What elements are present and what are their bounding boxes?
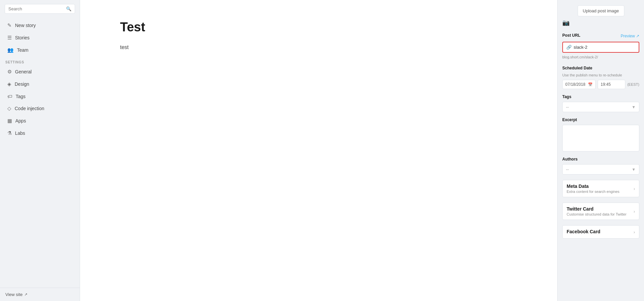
right-panel: Upload post image 📷 Post URL Preview ↗ 🔗…	[557, 0, 644, 301]
tags-label: Tags	[562, 94, 639, 99]
camera-icon: 📷	[562, 19, 639, 26]
scheduled-date-section: Scheduled Date Use the publish menu to r…	[562, 66, 639, 89]
sidebar-item-label: General	[15, 69, 32, 74]
team-icon: 👥	[7, 47, 14, 53]
date-time-row: 07/18/2018 📅 19:45 (EEST)	[562, 80, 639, 89]
meta-data-content: Meta Data Extra content for search engin…	[567, 184, 619, 194]
view-site-link[interactable]: View site ↗	[5, 292, 74, 297]
tags-select[interactable]: -- ▼	[562, 102, 639, 112]
sidebar-item-general[interactable]: ⚙ General	[2, 66, 78, 78]
date-value: 07/18/2018	[565, 82, 585, 87]
new-story-icon: ✎	[7, 22, 12, 28]
tags-icon: 🏷	[7, 93, 12, 99]
twitter-card-title: Twitter Card	[567, 206, 627, 212]
sidebar-nav: ✎ New story ☰ Stories 👥 Team SETTINGS ⚙ …	[0, 18, 80, 288]
design-icon: ◈	[7, 81, 11, 87]
apps-icon: ▦	[7, 118, 12, 124]
sidebar-item-labs[interactable]: ⚗ Labs	[2, 127, 78, 139]
authors-select[interactable]: -- ▼	[562, 164, 639, 175]
meta-data-subtitle: Extra content for search engines	[567, 190, 619, 194]
upload-post-image-button[interactable]: Upload post image	[578, 5, 624, 16]
upload-image-section: Upload post image 📷	[562, 5, 639, 28]
stories-icon: ☰	[7, 35, 12, 41]
post-url-label: Post URL	[562, 33, 580, 38]
sidebar-item-label: Apps	[15, 118, 26, 123]
chevron-right-icon: ›	[634, 209, 635, 214]
time-value: 19:45	[601, 82, 611, 87]
labs-icon: ⚗	[7, 130, 12, 136]
blog-url-hint: blog.short.cm/slack-2/	[562, 55, 639, 59]
sidebar-item-label: Stories	[15, 35, 30, 40]
link-icon: 🔗	[566, 45, 572, 50]
meta-data-row[interactable]: Meta Data Extra content for search engin…	[562, 180, 639, 197]
search-box[interactable]: 🔍	[5, 4, 75, 14]
authors-section: Authors -- ▼	[562, 157, 639, 175]
sidebar-item-apps[interactable]: ▦ Apps	[2, 115, 78, 127]
meta-data-title: Meta Data	[567, 184, 619, 189]
sidebar-item-new-story[interactable]: ✎ New story	[2, 19, 78, 31]
sidebar-item-label: Code injection	[15, 106, 44, 111]
time-input[interactable]: 19:45	[598, 80, 625, 89]
excerpt-textarea[interactable]	[562, 125, 639, 152]
scheduled-hint: Use the publish menu to re-schedule	[562, 73, 639, 77]
authors-placeholder: --	[566, 167, 569, 172]
chevron-down-icon: ▼	[632, 167, 636, 172]
search-input[interactable]	[8, 6, 65, 11]
timezone-badge: (EEST)	[627, 82, 639, 86]
excerpt-section: Excerpt	[562, 117, 639, 152]
chevron-down-icon: ▼	[632, 105, 636, 109]
main-editor: Test test	[80, 0, 557, 301]
tags-placeholder: --	[566, 104, 569, 109]
twitter-card-row[interactable]: Twitter Card Customise structured data f…	[562, 203, 639, 220]
sidebar-item-label: Tags	[16, 94, 26, 99]
sidebar-item-label: New story	[15, 23, 36, 28]
facebook-card-content: Facebook Card	[567, 229, 600, 235]
post-content[interactable]: test	[120, 44, 517, 111]
code-injection-icon: ◇	[7, 105, 11, 111]
external-link-icon: ↗	[24, 292, 27, 297]
sidebar: 🔍 ✎ New story ☰ Stories 👥 Team SETTINGS …	[0, 0, 80, 301]
settings-section-label: SETTINGS	[0, 56, 80, 65]
sidebar-item-label: Team	[17, 47, 28, 53]
sidebar-item-team[interactable]: 👥 Team	[2, 44, 78, 56]
sidebar-item-label: Labs	[15, 130, 25, 136]
tags-section: Tags -- ▼	[562, 94, 639, 112]
sidebar-item-label: Design	[15, 81, 29, 87]
search-icon: 🔍	[66, 6, 71, 11]
scheduled-date-label: Scheduled Date	[562, 66, 639, 70]
sidebar-item-design[interactable]: ◈ Design	[2, 78, 78, 90]
post-url-label-row: Post URL Preview ↗	[562, 33, 639, 39]
general-icon: ⚙	[7, 69, 12, 75]
preview-link[interactable]: Preview ↗	[621, 34, 639, 38]
facebook-card-row[interactable]: Facebook Card ›	[562, 225, 639, 239]
post-title[interactable]: Test	[120, 20, 517, 34]
twitter-card-subtitle: Customise structured data for Twitter	[567, 212, 627, 216]
post-url-input[interactable]	[574, 45, 635, 50]
chevron-right-icon: ›	[634, 186, 635, 191]
sidebar-item-tags[interactable]: 🏷 Tags	[2, 90, 78, 102]
twitter-card-content: Twitter Card Customise structured data f…	[567, 206, 627, 216]
calendar-icon: 📅	[588, 82, 593, 87]
post-url-section: Post URL Preview ↗ 🔗 blog.short.cm/slack…	[562, 33, 639, 60]
sidebar-item-code-injection[interactable]: ◇ Code injection	[2, 102, 78, 114]
sidebar-item-stories[interactable]: ☰ Stories	[2, 32, 78, 44]
facebook-card-title: Facebook Card	[567, 229, 600, 234]
sidebar-bottom: View site ↗	[0, 288, 80, 301]
date-input[interactable]: 07/18/2018 📅	[562, 80, 596, 89]
excerpt-label: Excerpt	[562, 117, 639, 122]
post-url-field[interactable]: 🔗	[562, 42, 639, 53]
authors-label: Authors	[562, 157, 639, 162]
view-site-label: View site	[5, 292, 23, 297]
chevron-right-icon: ›	[634, 230, 635, 235]
